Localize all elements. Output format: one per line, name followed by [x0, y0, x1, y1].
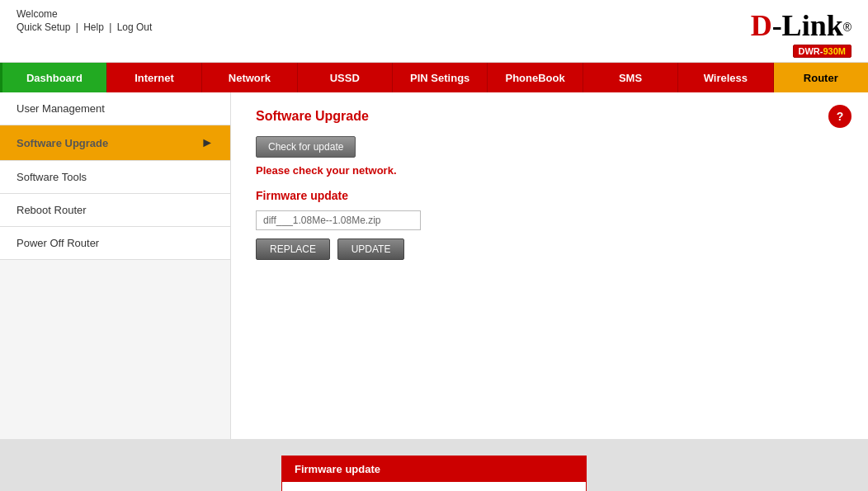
- firmware-dialog-header: Firmware update: [282, 456, 586, 482]
- nav-router[interactable]: Router: [774, 63, 868, 92]
- nav-pin-settings[interactable]: PIN Setings: [393, 63, 488, 92]
- nav-ussd[interactable]: USSD: [298, 63, 393, 92]
- active-arrow-icon: ►: [200, 135, 214, 150]
- network-message: Please check your network.: [256, 164, 843, 177]
- sidebar-item-user-management[interactable]: User Management: [0, 92, 230, 125]
- logo-text: D-Link®: [751, 8, 851, 43]
- check-for-update-button[interactable]: Check for update: [256, 136, 356, 158]
- welcome-text: Welcome: [17, 8, 152, 20]
- help-button[interactable]: ?: [828, 105, 851, 128]
- navbar: Dashboard Internet Network USSD PIN Seti…: [0, 63, 868, 92]
- file-input-display: diff___1.08Me--1.08Me.zip: [256, 210, 421, 230]
- sidebar-item-reboot-router[interactable]: Reboot Router: [0, 194, 230, 227]
- bottom-area: Firmware update The device is being upgr…: [0, 439, 868, 491]
- header-nav-links: Quick Setup | Help | Log Out: [17, 21, 152, 33]
- nav-phonebook[interactable]: PhoneBook: [488, 63, 583, 92]
- sidebar: User Management Software Upgrade ► Softw…: [0, 92, 231, 439]
- header: Welcome Quick Setup | Help | Log Out D-L…: [0, 0, 868, 63]
- replace-button[interactable]: REPLACE: [256, 238, 330, 260]
- content-area: ? Software Upgrade Check for update Plea…: [231, 92, 868, 439]
- nav-network[interactable]: Network: [202, 63, 297, 92]
- sidebar-item-software-upgrade[interactable]: Software Upgrade ►: [0, 125, 230, 161]
- nav-internet[interactable]: Internet: [107, 63, 202, 92]
- sidebar-item-software-tools[interactable]: Software Tools: [0, 161, 230, 194]
- content-title: Software Upgrade: [256, 109, 843, 124]
- dlink-logo: D-Link® DWR-930M: [751, 8, 851, 58]
- firmware-dialog-body: The device is being upgraded, please do …: [282, 482, 586, 491]
- header-left: Welcome Quick Setup | Help | Log Out: [17, 8, 152, 33]
- quick-setup-link[interactable]: Quick Setup: [17, 21, 70, 33]
- firmware-dialog: Firmware update The device is being upgr…: [281, 456, 587, 491]
- model-badge: DWR-930M: [793, 45, 851, 58]
- logout-link[interactable]: Log Out: [117, 21, 153, 33]
- update-button[interactable]: UPDATE: [337, 238, 405, 260]
- nav-dashboard[interactable]: Dashboard: [0, 63, 107, 92]
- nav-sms[interactable]: SMS: [583, 63, 678, 92]
- help-link[interactable]: Help: [83, 21, 104, 33]
- firmware-update-label: Firmware update: [256, 189, 843, 202]
- main-container: User Management Software Upgrade ► Softw…: [0, 92, 868, 439]
- nav-wireless[interactable]: Wireless: [678, 63, 773, 92]
- sidebar-item-power-off-router[interactable]: Power Off Router: [0, 227, 230, 260]
